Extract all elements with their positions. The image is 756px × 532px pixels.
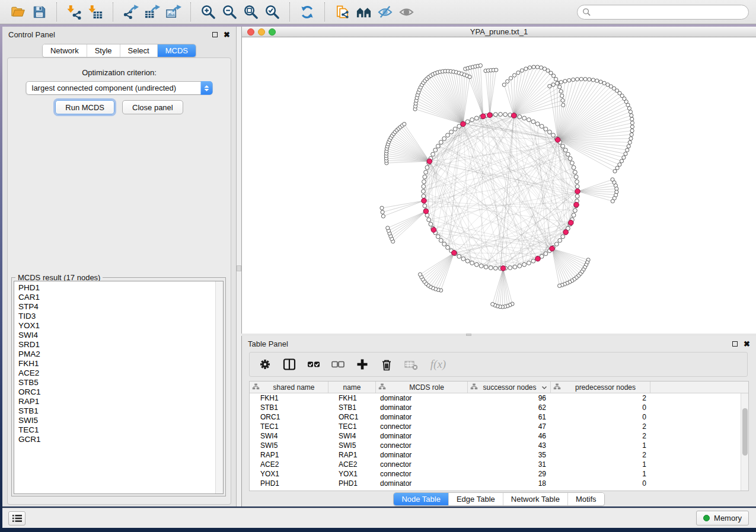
- cell-predecessor-nodes[interactable]: 0: [551, 413, 650, 421]
- cell-successor-nodes[interactable]: 43: [468, 441, 551, 450]
- close-panel-button[interactable]: Close panel: [122, 100, 183, 114]
- cell-shared-name[interactable]: FKH1: [250, 394, 328, 402]
- mcds-result-item[interactable]: ORC1: [14, 387, 223, 397]
- cell-MCDS-role[interactable]: dominator: [376, 479, 468, 488]
- zoom-selected-icon[interactable]: [261, 2, 283, 21]
- birds-eye-view-icon[interactable]: [353, 2, 374, 21]
- cell-successor-nodes[interactable]: 46: [468, 432, 551, 440]
- network-canvas[interactable]: [242, 37, 756, 334]
- cell-MCDS-role[interactable]: dominator: [376, 432, 468, 440]
- mcds-result-item[interactable]: PMA2: [14, 350, 223, 359]
- cell-successor-nodes[interactable]: 29: [468, 470, 551, 478]
- cell-MCDS-role[interactable]: connector: [376, 441, 468, 450]
- export-image-icon[interactable]: [162, 2, 184, 21]
- cell-successor-nodes[interactable]: 18: [468, 479, 551, 488]
- cell-name[interactable]: TEC1: [328, 422, 376, 431]
- save-session-icon[interactable]: [28, 2, 50, 21]
- cell-successor-nodes[interactable]: 35: [468, 451, 551, 459]
- zoom-in-icon[interactable]: [197, 2, 219, 21]
- add-column-icon[interactable]: [355, 357, 369, 371]
- mcds-result-item[interactable]: SRD1: [14, 340, 223, 350]
- result-list-scrollbar[interactable]: [215, 281, 223, 493]
- optimization-criterion-select[interactable]: largest connected component (undirected): [26, 81, 213, 95]
- cell-name[interactable]: SWI4: [328, 432, 376, 440]
- table-row[interactable]: TEC1TEC1connector472: [250, 422, 741, 431]
- cell-name[interactable]: ACE2: [328, 460, 376, 469]
- cell-predecessor-nodes[interactable]: 0: [551, 403, 650, 412]
- mcds-result-item[interactable]: PHD1: [14, 283, 223, 293]
- cell-predecessor-nodes[interactable]: 0: [551, 479, 650, 488]
- table-row[interactable]: STB1STB1dominator620: [250, 403, 741, 412]
- cell-successor-nodes[interactable]: 31: [468, 460, 551, 469]
- memory-button[interactable]: Memory: [696, 511, 749, 525]
- task-history-button[interactable]: [8, 511, 25, 525]
- column-header-successor-nodes[interactable]: successor nodes: [468, 382, 551, 393]
- close-window-icon[interactable]: [247, 28, 254, 36]
- table-row[interactable]: ACE2ACE2connector311: [250, 460, 741, 469]
- minimize-window-icon[interactable]: [258, 28, 265, 36]
- table-row[interactable]: YOX1YOX1connector291: [250, 469, 741, 479]
- cell-name[interactable]: SWI5: [328, 441, 376, 450]
- mcds-result-item[interactable]: TEC1: [14, 425, 223, 435]
- toggle-columns-icon[interactable]: [282, 357, 296, 371]
- control-tab-mcds[interactable]: MCDS: [157, 44, 196, 57]
- mcds-result-item[interactable]: GCR1: [14, 435, 223, 444]
- table-row[interactable]: ORC1ORC1dominator610: [250, 412, 741, 422]
- cell-MCDS-role[interactable]: dominator: [376, 413, 468, 421]
- zoom-out-icon[interactable]: [219, 2, 240, 21]
- control-tab-style[interactable]: Style: [87, 44, 120, 57]
- table-tab-edge-table[interactable]: Edge Table: [448, 493, 503, 505]
- cell-predecessor-nodes[interactable]: 2: [551, 432, 650, 440]
- cell-name[interactable]: YOX1: [328, 470, 376, 478]
- clone-network-icon[interactable]: [331, 2, 353, 21]
- table-tab-network-table[interactable]: Network Table: [503, 493, 567, 505]
- column-header-name[interactable]: name: [328, 382, 376, 393]
- mcds-result-item[interactable]: RAP1: [14, 397, 223, 406]
- import-network-icon[interactable]: [63, 2, 85, 21]
- cell-MCDS-role[interactable]: connector: [376, 460, 468, 469]
- mcds-result-item[interactable]: FKH1: [14, 359, 223, 368]
- cell-shared-name[interactable]: SWI5: [250, 441, 328, 450]
- cell-successor-nodes[interactable]: 96: [468, 394, 551, 402]
- cell-shared-name[interactable]: ORC1: [250, 413, 328, 421]
- cell-MCDS-role[interactable]: dominator: [376, 403, 468, 412]
- cell-predecessor-nodes[interactable]: 1: [551, 441, 650, 450]
- open-session-icon[interactable]: [7, 2, 28, 21]
- cell-name[interactable]: RAP1: [328, 451, 376, 459]
- select-all-rows-icon[interactable]: [307, 357, 321, 371]
- cell-MCDS-role[interactable]: dominator: [376, 394, 468, 402]
- table-row[interactable]: RAP1RAP1dominator352: [250, 450, 741, 460]
- control-tab-network[interactable]: Network: [43, 44, 87, 57]
- column-header-predecessor-nodes[interactable]: predecessor nodes: [551, 382, 650, 393]
- cell-predecessor-nodes[interactable]: 2: [551, 394, 650, 402]
- export-network-icon[interactable]: [120, 2, 141, 21]
- mcds-result-item[interactable]: STP4: [14, 302, 223, 312]
- mcds-result-list[interactable]: PHD1CAR1STP4TID3YOX1SWI4SRD1PMA2FKH1ACE2…: [14, 281, 224, 494]
- cell-MCDS-role[interactable]: dominator: [376, 451, 468, 459]
- splitter-grip[interactable]: [237, 265, 241, 271]
- cell-shared-name[interactable]: YOX1: [250, 470, 328, 478]
- cell-predecessor-nodes[interactable]: 1: [551, 470, 650, 478]
- column-header-MCDS-role[interactable]: MCDS role: [376, 382, 468, 393]
- float-panel-icon[interactable]: [212, 31, 218, 38]
- table-options-icon[interactable]: [258, 357, 272, 371]
- cell-MCDS-role[interactable]: connector: [376, 422, 468, 431]
- mcds-result-item[interactable]: ACE2: [14, 368, 223, 378]
- column-header-shared-name[interactable]: shared name: [250, 382, 328, 393]
- cell-name[interactable]: STB1: [328, 403, 376, 412]
- refresh-view-icon[interactable]: [296, 2, 318, 21]
- table-row[interactable]: PHD1PHD1dominator180: [250, 479, 741, 488]
- run-mcds-button[interactable]: Run MCDS: [55, 100, 114, 114]
- mcds-result-item[interactable]: CAR1: [14, 293, 223, 302]
- table-row[interactable]: SWI4SWI4dominator462: [250, 431, 741, 441]
- float-panel-icon[interactable]: [732, 341, 738, 347]
- cell-successor-nodes[interactable]: 61: [468, 413, 551, 421]
- deselect-all-rows-icon[interactable]: [331, 357, 345, 371]
- search-input[interactable]: [577, 5, 749, 20]
- hide-graphics-details-icon[interactable]: [374, 2, 395, 21]
- show-graphics-details-icon[interactable]: [395, 2, 417, 21]
- cell-shared-name[interactable]: PHD1: [250, 479, 328, 488]
- table-tab-motifs[interactable]: Motifs: [567, 493, 604, 505]
- network-window-titlebar[interactable]: YPA_prune.txt_1: [242, 27, 756, 37]
- cell-name[interactable]: ORC1: [328, 413, 376, 421]
